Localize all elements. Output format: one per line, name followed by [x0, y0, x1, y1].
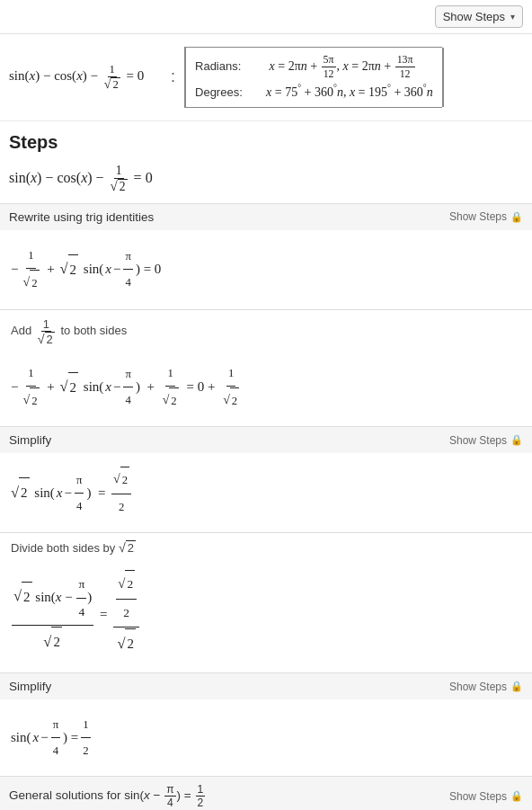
main-equation-row: sin(x) − cos(x) − 1√2 = 0 : Radians: x =…	[0, 34, 532, 121]
step-content-1: −1√2 + √2 sin(x − π4) = 0	[0, 230, 532, 309]
step-note-2: Add 1√2 to both sides	[0, 310, 532, 348]
show-steps-button[interactable]: Show Steps ▾	[435, 5, 523, 28]
step-header-label-5: Simplify	[9, 680, 51, 693]
show-steps-link-3[interactable]: Show Steps 🔒	[449, 434, 523, 447]
dropdown-arrow-icon: ▾	[510, 12, 515, 22]
step-header-label-3: Simplify	[9, 433, 51, 447]
show-steps-link-5[interactable]: Show Steps 🔒	[449, 681, 523, 693]
lock-icon-6: 🔒	[510, 790, 523, 802]
step-eq-1: −1√2 + √2 sin(x − π4) = 0	[11, 239, 521, 300]
step-eq-2: −1√2 + √2 sin(x − π4) + 1√2 = 0 + 1√2	[11, 357, 521, 418]
step-header-1: Rewrite using trig identities Show Steps…	[0, 204, 532, 230]
steps-heading: Steps	[0, 121, 532, 160]
radians-label: Radians:	[195, 59, 253, 73]
step-block-3: Simplify Show Steps 🔒 √2 sin(x − π4) = √…	[0, 427, 532, 533]
step-content-2: −1√2 + √2 sin(x − π4) + 1√2 = 0 + 1√2	[0, 348, 532, 427]
solutions-bracket: Radians: x = 2πn + 5π12, x = 2πn + 13π12…	[184, 47, 442, 108]
step-content-3: √2 sin(x − π4) = √22	[0, 453, 532, 532]
lock-icon-1: 🔒	[510, 211, 523, 223]
colon-separator: :	[171, 67, 175, 86]
show-steps-link-6[interactable]: Show Steps 🔒	[449, 790, 523, 803]
step-block-6: General solutions for sin(x − π4) = 12 S…	[0, 777, 532, 810]
degrees-solution-line: Degrees: x = 75° + 360°n, x = 195° + 360…	[195, 83, 433, 100]
step-content-5: sin(x − π4) = 12	[0, 699, 532, 776]
step-block-4: Divide both sides by √2 √2 sin(x − π4) √…	[0, 533, 532, 673]
step-header-5: Simplify Show Steps 🔒	[0, 673, 532, 699]
radians-solution-line: Radians: x = 2πn + 5π12, x = 2πn + 13π12	[195, 53, 433, 81]
step-header-3: Simplify Show Steps 🔒	[0, 427, 532, 453]
degrees-label: Degrees:	[195, 85, 253, 99]
top-bar: Show Steps ▾	[0, 0, 532, 34]
step-header-label-1: Rewrite using trig identities	[9, 210, 154, 224]
step-eq-3: √2 sin(x − π4) = √22	[11, 462, 521, 523]
step-note-4: Divide both sides by √2	[0, 533, 532, 556]
step-block-5: Simplify Show Steps 🔒 sin(x − π4) = 12	[0, 673, 532, 777]
step-header-label-6: General solutions for sin(x − π4) = 12	[9, 783, 206, 809]
show-steps-link-1[interactable]: Show Steps 🔒	[449, 210, 523, 223]
lock-icon-3: 🔒	[510, 434, 523, 446]
original-equation: sin(x) − cos(x) − 1√2 = 0	[0, 160, 532, 204]
step-block-2: Add 1√2 to both sides −1√2 + √2 sin(x − …	[0, 310, 532, 428]
step-eq-5: sin(x − π4) = 12	[11, 708, 521, 767]
step-content-4: √2 sin(x − π4) √2 = √22 √2	[0, 556, 532, 672]
step-header-6: General solutions for sin(x − π4) = 12 S…	[0, 777, 532, 810]
main-eq-left: sin(x) − cos(x) − 1√2 = 0	[9, 63, 162, 92]
step-eq-4: √2 sin(x − π4) √2 = √22 √2	[11, 565, 521, 663]
main-eq-text: sin(x) − cos(x) − 1√2 = 0	[9, 68, 144, 83]
show-steps-label: Show Steps	[443, 10, 505, 23]
step-block-1: Rewrite using trig identities Show Steps…	[0, 204, 532, 310]
lock-icon-5: 🔒	[510, 681, 523, 692]
